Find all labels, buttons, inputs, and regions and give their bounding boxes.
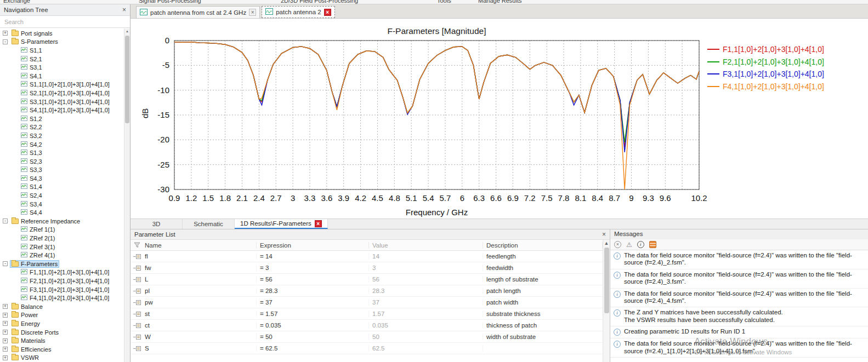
- tree-item-s1-4[interactable]: S1,4: [0, 183, 123, 192]
- tree-item-f2-1-1-0-2-1-0-3-1-0-4-1-0[interactable]: F2,1[1,0]+2[1,0]+3[1,0]+4[1,0]: [0, 277, 123, 285]
- tree-item-zref-1-1[interactable]: ZRef 1(1): [0, 226, 123, 234]
- scrollbar-thumb[interactable]: [604, 248, 609, 313]
- scroll-up-icon[interactable]: ▲: [124, 28, 130, 33]
- expand-plus-icon[interactable]: +: [3, 321, 8, 326]
- collapse-minus-icon[interactable]: -: [3, 219, 8, 223]
- legend-item-f1-1-1-0-2-1-0-3-1-0-4-1-0[interactable]: F1,1[1,0]+2[1,0]+3[1,0]+4[1,0]: [707, 43, 824, 56]
- tick-label: 9.6: [660, 193, 671, 203]
- expand-plus-icon[interactable]: +: [3, 355, 8, 360]
- document-tab-patch-antenna-from-cst-at-2-4-ghz[interactable]: patch antenna from cst at 2.4 GHz×: [136, 6, 260, 18]
- parameter-row-fw[interactable]: fw= 33feedwidth: [131, 262, 603, 274]
- scrollbar-thumb[interactable]: [125, 36, 129, 123]
- view-tab-1d-results-f-parameters[interactable]: 1D Results\F-Parameters×: [235, 219, 328, 229]
- tree-item-s2-2[interactable]: S2,2: [0, 123, 123, 132]
- tree-item-s4-2[interactable]: S4,2: [0, 140, 123, 149]
- tree-item-s2-4[interactable]: S2,4: [0, 191, 123, 200]
- column-header-name[interactable]: Name: [144, 242, 257, 249]
- clear-messages-icon[interactable]: ×: [614, 241, 621, 248]
- close-icon[interactable]: ×: [602, 231, 606, 238]
- tree-item-zref-4-1[interactable]: ZRef 4(1): [0, 251, 123, 260]
- tree-item-s1-1[interactable]: S1,1: [0, 46, 123, 55]
- legend-item-f3-1-1-0-2-1-0-3-1-0-4-1-0[interactable]: F3,1[1,0]+2[1,0]+3[1,0]+4[1,0]: [707, 68, 824, 81]
- tick-label: -10: [157, 85, 169, 95]
- column-header-description[interactable]: Description: [483, 242, 603, 249]
- info-filter-icon[interactable]: i: [637, 241, 644, 248]
- legend-item-f4-1-1-0-2-1-0-3-1-0-4-1-0[interactable]: F4,1[1,0]+2[1,0]+3[1,0]+4[1,0]: [707, 81, 824, 93]
- parameter-row-s[interactable]: S= 62.562.5: [131, 343, 603, 354]
- parameter-row-ct[interactable]: ct= 0.0350.035thickness of patch: [131, 320, 603, 331]
- parameter-row-l[interactable]: L= 5656length of substrate: [131, 274, 603, 285]
- close-icon[interactable]: ×: [122, 7, 126, 13]
- expand-plus-icon[interactable]: +: [3, 304, 8, 309]
- tree-item-s3-3[interactable]: S3,3: [0, 166, 123, 175]
- parameter-row-fl[interactable]: fl= 1414feedlength: [131, 251, 603, 262]
- expand-plus-icon[interactable]: +: [3, 338, 8, 343]
- tree-item-s1-3[interactable]: S1,3: [0, 148, 123, 157]
- legend-item-f2-1-1-0-2-1-0-3-1-0-4-1-0[interactable]: F2,1[1,0]+2[1,0]+3[1,0]+4[1,0]: [707, 56, 824, 68]
- tree-item-zref-2-1[interactable]: ZRef 2(1): [0, 234, 123, 243]
- tree-item-s4-3[interactable]: S4,3: [0, 174, 123, 183]
- tree-item-label: F3,1[1,0]+2[1,0]+3[1,0]+4[1,0]: [30, 286, 109, 293]
- messages-title: Messages: [610, 229, 868, 239]
- tick-label: 5.4: [423, 193, 434, 203]
- column-header-expression[interactable]: Expression: [257, 242, 369, 249]
- column-header-value[interactable]: Value: [369, 242, 483, 249]
- tree-item-s2-1[interactable]: S2,1: [0, 55, 123, 64]
- tree-item-f-parameters[interactable]: -F-Parameters: [0, 260, 123, 268]
- tree-item-materials[interactable]: +Materials: [0, 336, 123, 345]
- tree-item-s4-1-1-0-2-1-0-3-1-0-4-1-0[interactable]: S4,1[1,0]+2[1,0]+3[1,0]+4[1,0]: [0, 106, 123, 114]
- filter-icon[interactable]: [131, 242, 144, 248]
- tree-item-power[interactable]: +Power: [0, 311, 123, 320]
- document-tab-patch-antenna-2[interactable]: patch antenna 2×: [262, 6, 335, 18]
- navigation-scrollbar[interactable]: ▲: [124, 28, 130, 362]
- tree-item-s2-1-1-0-2-1-0-3-1-0-4-1-0[interactable]: S2,1[1,0]+2[1,0]+3[1,0]+4[1,0]: [0, 89, 123, 97]
- view-tab-label: Schematic: [194, 221, 223, 227]
- close-icon[interactable]: ×: [315, 220, 322, 227]
- tree-item-f3-1-1-0-2-1-0-3-1-0-4-1-0[interactable]: F3,1[1,0]+2[1,0]+3[1,0]+4[1,0]: [0, 285, 123, 294]
- tree-item-s4-1[interactable]: S4,1: [0, 72, 123, 81]
- tree-item-s1-1-1-0-2-1-0-3-1-0-4-1-0[interactable]: S1,1[1,0]+2[1,0]+3[1,0]+4[1,0]: [0, 81, 123, 89]
- tree-item-s4-4[interactable]: S4,4: [0, 208, 123, 217]
- expand-plus-icon[interactable]: +: [3, 330, 8, 335]
- tree-item-balance[interactable]: +Balance: [0, 302, 123, 311]
- scroll-up-icon[interactable]: ▲: [603, 240, 610, 246]
- tree-item-s3-1[interactable]: S3,1: [0, 63, 123, 72]
- view-tab-schematic[interactable]: Schematic: [183, 219, 235, 229]
- parameter-icon: [131, 265, 144, 271]
- tree-item-s2-3[interactable]: S2,3: [0, 157, 123, 166]
- collapse-minus-icon[interactable]: -: [3, 39, 8, 44]
- tree-item-f4-1-1-0-2-1-0-3-1-0-4-1-0[interactable]: F4,1[1,0]+2[1,0]+3[1,0]+4[1,0]: [0, 294, 123, 302]
- warning-filter-icon[interactable]: ⚠: [626, 242, 632, 248]
- parameter-row-w[interactable]: W= 5050width of substrate: [131, 331, 603, 343]
- info-icon: i: [614, 309, 621, 317]
- expand-plus-icon[interactable]: +: [3, 347, 8, 352]
- tree-item-discrete-ports[interactable]: +Discrete Ports: [0, 328, 123, 337]
- tree-item-s3-4[interactable]: S3,4: [0, 200, 123, 209]
- close-icon[interactable]: ×: [324, 9, 331, 16]
- view-tab-3d[interactable]: 3D: [131, 219, 183, 229]
- search-input[interactable]: [4, 19, 126, 25]
- tree-item-efficiencies[interactable]: +Efficiencies: [0, 345, 123, 354]
- tree-item-reference-impedance[interactable]: -Reference Impedance: [0, 217, 123, 226]
- collapse-minus-icon[interactable]: -: [3, 261, 8, 266]
- tree-item-vswr[interactable]: +VSWR: [0, 354, 123, 362]
- expand-plus-icon[interactable]: +: [3, 31, 8, 36]
- parameter-row-st[interactable]: st= 1.571.57substrate thickness: [131, 308, 603, 320]
- parameter-value: 50: [369, 334, 483, 340]
- export-messages-icon[interactable]: [649, 241, 656, 248]
- parameter-row-pw[interactable]: pw= 3737patch width: [131, 297, 603, 308]
- tick-label: 6.3: [473, 193, 485, 203]
- tree-item-zref-3-1[interactable]: ZRef 3(1): [0, 243, 123, 251]
- parameter-scrollbar[interactable]: ▲: [603, 240, 610, 362]
- expand-plus-icon[interactable]: +: [3, 313, 8, 318]
- tree-item-port-signals[interactable]: +Port signals: [0, 29, 123, 38]
- tree-item-s3-2[interactable]: S3,2: [0, 131, 123, 140]
- tree-item-energy[interactable]: +Energy: [0, 319, 123, 328]
- tree-item-s-parameters[interactable]: -S-Parameters: [0, 38, 123, 47]
- parameter-icon: [131, 323, 144, 329]
- tree-item-s3-1-1-0-2-1-0-3-1-0-4-1-0[interactable]: S3,1[1,0]+2[1,0]+3[1,0]+4[1,0]: [0, 97, 123, 106]
- parameter-row-pl[interactable]: pl= 28.328.3patch length: [131, 285, 603, 297]
- tree-item-s1-2[interactable]: S1,2: [0, 114, 123, 123]
- close-icon[interactable]: ×: [249, 9, 256, 16]
- tree-item-f1-1-1-0-2-1-0-3-1-0-4-1-0[interactable]: F1,1[1,0]+2[1,0]+3[1,0]+4[1,0]: [0, 268, 123, 277]
